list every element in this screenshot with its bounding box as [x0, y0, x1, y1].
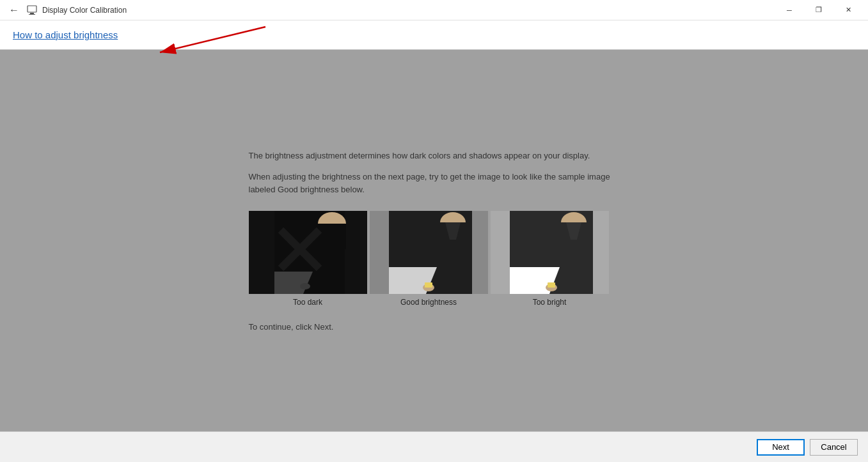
svg-rect-22 [425, 282, 432, 288]
restore-button[interactable]: ❐ [804, 0, 833, 20]
description-2: When adjusting the brightness on the nex… [249, 171, 620, 196]
good-brightness-image [370, 211, 488, 294]
too-bright-label: Too bright [533, 298, 567, 307]
minimize-button[interactable]: ─ [775, 0, 804, 20]
title-left: ← Display Color Calibration [6, 3, 127, 17]
sample-good: Good brightness [370, 211, 488, 307]
footer: Next Cancel [0, 431, 868, 462]
too-dark-image [249, 211, 367, 294]
page-heading[interactable]: How to adjust brightness [13, 29, 118, 40]
title-text: Display Color Calibration [42, 6, 127, 15]
svg-point-10 [300, 283, 310, 289]
svg-rect-8 [318, 224, 346, 249]
too-dark-label: Too dark [293, 298, 322, 307]
continue-text: To continue, click Next. [249, 322, 334, 332]
title-bar: ← Display Color Calibration ─ ❐ ✕ [0, 0, 868, 20]
svg-rect-32 [548, 282, 555, 288]
svg-rect-2 [29, 14, 35, 15]
svg-rect-1 [30, 13, 34, 14]
main-content: The brightness adjustment determines how… [0, 50, 868, 431]
monitor-icon [27, 5, 37, 15]
svg-line-4 [160, 27, 265, 52]
sample-too-dark: Too dark [249, 211, 367, 307]
svg-rect-0 [28, 6, 36, 12]
header-area: How to adjust brightness [0, 20, 868, 50]
close-button[interactable]: ✕ [833, 0, 863, 20]
next-button[interactable]: Next [757, 439, 805, 456]
good-brightness-label: Good brightness [400, 298, 457, 307]
sample-too-bright: Too bright [491, 211, 609, 307]
too-bright-image [491, 211, 609, 294]
window-controls: ─ ❐ ✕ [775, 0, 863, 20]
samples-row: Too dark [249, 211, 609, 307]
back-button[interactable]: ← [6, 3, 22, 17]
cancel-button[interactable]: Cancel [810, 439, 858, 456]
description-1: The brightness adjustment determines how… [249, 150, 590, 162]
content-panel: The brightness adjustment determines how… [249, 150, 620, 332]
